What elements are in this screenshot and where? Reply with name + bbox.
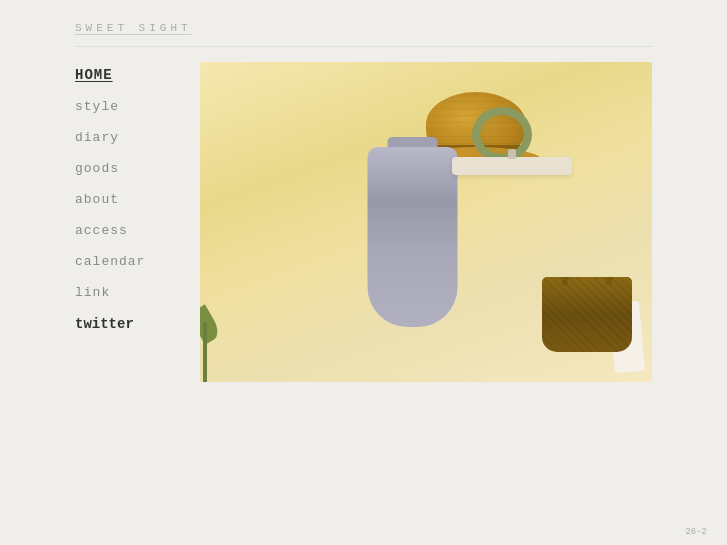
nav-item-diary[interactable]: diary bbox=[75, 130, 185, 145]
nav-item-calendar[interactable]: calendar bbox=[75, 254, 185, 269]
nav-item-style[interactable]: style bbox=[75, 99, 185, 114]
footer-page-number: 26-2 bbox=[685, 527, 707, 537]
site-title: SWEET SIGHT bbox=[75, 22, 192, 34]
page-wrapper: SWEET SIGHT HOME style diary goods about… bbox=[0, 0, 727, 545]
basket bbox=[542, 277, 632, 352]
content-area bbox=[185, 62, 652, 545]
nav-item-link[interactable]: link bbox=[75, 285, 185, 300]
nav-item-about[interactable]: about bbox=[75, 192, 185, 207]
nav-item-access[interactable]: access bbox=[75, 223, 185, 238]
basket-handle bbox=[562, 277, 612, 285]
twitter-link[interactable]: twitter bbox=[75, 316, 185, 332]
header: SWEET SIGHT bbox=[0, 0, 727, 46]
hero-image bbox=[200, 62, 652, 382]
sidebar: HOME style diary goods about access cale… bbox=[75, 62, 185, 545]
nav-item-home[interactable]: HOME bbox=[75, 67, 185, 83]
dress-body bbox=[368, 147, 458, 327]
wreath bbox=[472, 107, 532, 162]
dress bbox=[368, 147, 458, 327]
hook-rail bbox=[452, 157, 572, 175]
nav-item-goods[interactable]: goods bbox=[75, 161, 185, 176]
main-content: HOME style diary goods about access cale… bbox=[0, 47, 727, 545]
plant-stem bbox=[203, 322, 207, 382]
plant bbox=[200, 302, 220, 382]
